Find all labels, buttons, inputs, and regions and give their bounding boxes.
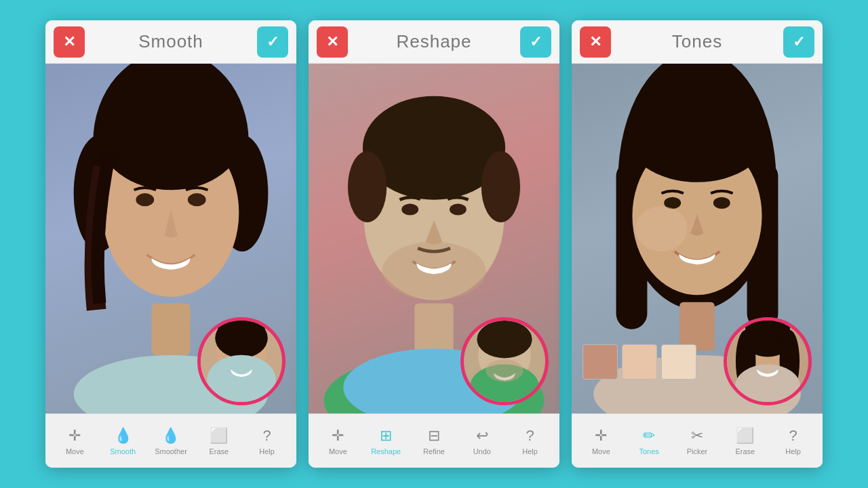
reshape-tool-help[interactable]: ? Help: [511, 427, 549, 455]
svg-point-24: [450, 203, 467, 215]
smooth-photo-area[interactable]: [45, 64, 296, 413]
svg-point-28: [477, 321, 532, 358]
refine-icon: ⊟: [428, 427, 440, 445]
help-icon: ?: [262, 427, 271, 445]
smooth-panel: ✕ Smooth ✓: [45, 20, 296, 468]
picker-icon: ✂: [691, 427, 703, 445]
reshape-panel: ✕ Reshape ✓: [309, 20, 559, 468]
erase-icon: ⬜: [210, 427, 228, 445]
tone-swatches[interactable]: [583, 344, 696, 380]
tones-panel: ✕ Tones ✓: [572, 20, 823, 468]
reshape-tool-undo[interactable]: ↩ Undo: [463, 427, 501, 455]
svg-point-19: [382, 129, 428, 161]
smooth-tool-smooth[interactable]: 💧 Smooth: [104, 427, 142, 455]
tones-photo-area[interactable]: [572, 64, 823, 413]
smooth-thumbnail[interactable]: [197, 317, 285, 405]
tones-tool-help[interactable]: ? Help: [774, 427, 812, 455]
help-icon-3: ?: [789, 427, 797, 445]
svg-rect-14: [414, 304, 453, 355]
smooth-confirm-button[interactable]: ✓: [257, 26, 288, 58]
smooth-toolbar: ✛ Move 💧 Smooth 💧 Smoother ⬜ Erase ? Hel…: [45, 413, 296, 468]
smooth-cancel-button[interactable]: ✕: [54, 26, 85, 58]
svg-point-21: [348, 151, 387, 222]
move-icon: ✛: [68, 427, 81, 445]
svg-point-20: [443, 127, 482, 156]
tones-tool-move[interactable]: ✛ Move: [582, 427, 620, 455]
smooth-tool-smoother[interactable]: 💧 Smoother: [152, 427, 190, 455]
tones-tool-erase[interactable]: ⬜ Erase: [726, 427, 764, 455]
reshape-tool-move[interactable]: ✛ Move: [319, 427, 357, 455]
tones-panel-header: ✕ Tones ✓: [572, 20, 823, 64]
reshape-toolbar: ✛ Move ⊞ Reshape ⊟ Refine ↩ Undo ? Help: [309, 413, 559, 468]
tones-tool-tones[interactable]: ✏ Tones: [630, 427, 668, 455]
svg-point-30: [486, 359, 523, 382]
help-icon-2: ?: [526, 427, 534, 445]
tones-tool-picker[interactable]: ✂ Picker: [678, 427, 716, 455]
smooth-panel-header: ✕ Smooth ✓: [45, 20, 296, 64]
reshape-icon: ⊞: [380, 427, 392, 445]
svg-point-40: [635, 206, 687, 251]
reshape-confirm-button[interactable]: ✓: [520, 26, 551, 58]
reshape-panel-header: ✕ Reshape ✓: [309, 20, 559, 64]
reshape-cancel-button[interactable]: ✕: [317, 26, 348, 58]
svg-point-22: [481, 151, 520, 222]
swatch-light[interactable]: [661, 344, 696, 380]
svg-point-7: [136, 193, 154, 206]
svg-point-23: [401, 203, 418, 215]
reshape-panel-title: Reshape: [396, 31, 471, 52]
reshape-thumbnail[interactable]: [460, 317, 549, 405]
smooth-tool-move[interactable]: ✛ Move: [56, 427, 94, 455]
smooth-icon: 💧: [114, 427, 132, 445]
smooth-tool-help[interactable]: ? Help: [248, 427, 286, 455]
svg-rect-34: [679, 302, 715, 351]
move-icon-3: ✛: [595, 427, 607, 445]
smooth-panel-title: Smooth: [138, 31, 203, 52]
erase-icon-2: ⬜: [736, 427, 754, 445]
move-icon-2: ✛: [332, 427, 344, 445]
tones-panel-title: Tones: [672, 31, 722, 52]
tones-thumbnail[interactable]: [724, 317, 812, 405]
reshape-tool-reshape[interactable]: ⊞ Reshape: [367, 427, 405, 455]
smooth-tool-erase[interactable]: ⬜ Erase: [200, 427, 238, 455]
svg-rect-3: [151, 304, 190, 355]
reshape-photo-area[interactable]: [309, 64, 559, 413]
undo-icon: ↩: [476, 427, 488, 445]
smoother-icon: 💧: [161, 427, 180, 445]
swatch-medium[interactable]: [622, 344, 657, 380]
svg-point-37: [626, 85, 768, 182]
svg-point-6: [98, 80, 243, 190]
tones-cancel-button[interactable]: ✕: [580, 26, 611, 58]
tones-toolbar: ✛ Move ✏ Tones ✂ Picker ⬜ Erase ? Help: [572, 413, 823, 468]
svg-point-39: [713, 197, 730, 209]
swatch-dark[interactable]: [583, 344, 618, 380]
svg-point-8: [188, 193, 206, 206]
reshape-tool-refine[interactable]: ⊟ Refine: [415, 427, 453, 455]
tones-confirm-button[interactable]: ✓: [783, 26, 814, 58]
tones-icon: ✏: [643, 427, 655, 445]
